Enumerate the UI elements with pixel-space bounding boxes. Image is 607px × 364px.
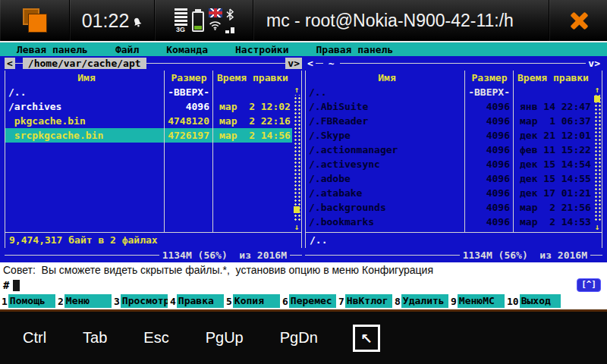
menu-item[interactable]: Левая панель: [17, 44, 88, 55]
function-key-label: Правка: [177, 294, 224, 308]
file-row[interactable]: /.adobe 4096 дек 15 14:55: [306, 171, 593, 186]
virtual-key-button[interactable]: Ctrl: [23, 329, 46, 347]
file-row[interactable]: /.. -ВВЕРХ-: [5, 85, 292, 99]
status-icons-area[interactable]: 3G: [155, 0, 253, 41]
right-panel-scrollbar[interactable]: ↑ ↓: [593, 85, 602, 232]
right-panel-bottom-border: 1134M (56%) из 2016M: [305, 248, 602, 262]
function-key-button[interactable]: 7 НвКтлог: [338, 294, 392, 308]
file-row[interactable]: /.bookmarks 4096 мар 2 14:53: [306, 215, 593, 229]
file-size: -ВВЕРХ-: [465, 85, 514, 99]
file-name: /.FBReader: [306, 114, 465, 128]
n900-screen: 01:22 3G: [0, 0, 607, 364]
file-mtime: янв 14 22:47: [514, 99, 593, 114]
menu-item[interactable]: Файл: [115, 44, 139, 55]
right-panel-ministatus: /..: [306, 233, 602, 248]
function-key-button[interactable]: 8 Удалить: [395, 294, 448, 308]
file-row[interactable]: /.. -ВВЕРХ-: [306, 85, 593, 99]
scrollbar-track[interactable]: [293, 95, 300, 222]
file-mtime: дек 21 12:01: [514, 128, 593, 143]
data-transfer-icon: [225, 26, 234, 33]
scroll-up-icon[interactable]: ↑: [595, 85, 600, 95]
function-key-button[interactable]: 5 Копия: [226, 294, 280, 308]
shell-prompt: #: [3, 279, 9, 291]
scroll-down-icon[interactable]: ↓: [294, 222, 300, 232]
file-mtime: дек 15 14:55: [514, 171, 593, 186]
menu-item[interactable]: Настройки: [235, 44, 288, 55]
left-panel-path[interactable]: /home/var/cache/apt: [23, 58, 146, 69]
file-name: /archives: [5, 99, 165, 114]
file-row[interactable]: /.backgrounds 4096 мар 2 21:56: [306, 200, 593, 215]
file-size: 4096: [165, 99, 213, 114]
function-key-button[interactable]: 4 Правка: [170, 294, 224, 308]
file-size: 4096: [465, 114, 514, 128]
column-divider: [212, 71, 213, 232]
file-mtime: мар 2 21:56: [514, 200, 593, 215]
file-row[interactable]: /archives 4096 мар 2 12:02: [5, 99, 292, 114]
file-mtime: [213, 85, 292, 99]
function-key-number: 1: [2, 296, 8, 307]
left-panel-body: Имя Размер Время правки /.. -ВВЕРХ-: [5, 71, 302, 248]
window-title: mc - root@Nokia-N900-42-11:/h: [253, 0, 549, 41]
virtual-key-toolbar: CtrlTabEscPgUpPgDn ↖: [0, 309, 607, 364]
file-size: 4096: [465, 157, 514, 171]
panel-history-right-button[interactable]: v>: [285, 58, 302, 69]
function-key-number: 3: [114, 296, 121, 307]
file-row[interactable]: pkgcache.bin 4748120 мар 2 22:16: [5, 114, 292, 128]
function-key-button[interactable]: 10 Выход: [507, 294, 561, 308]
clock-time: 01:22: [82, 10, 130, 32]
file-row[interactable]: /.AbiSuite 4096 янв 14 22:47: [306, 99, 593, 114]
fullscreen-toggle-button[interactable]: ↖: [353, 325, 380, 352]
virtual-key-button[interactable]: PgDn: [280, 329, 318, 347]
function-key-button[interactable]: 1 Помощь: [2, 294, 55, 308]
scrollbar-thumb[interactable]: [594, 96, 600, 102]
close-button[interactable]: [549, 0, 607, 41]
function-key-button[interactable]: 9 МенюМС: [451, 294, 505, 308]
function-key-label: Удалить: [401, 294, 448, 308]
virtual-key-button[interactable]: Tab: [83, 329, 107, 347]
task-switcher-button[interactable]: [0, 0, 70, 41]
function-key-label: Выход: [520, 294, 561, 308]
file-size: 4096: [465, 128, 514, 143]
scrollbar-thumb[interactable]: [294, 206, 300, 213]
function-key-button[interactable]: 6 Перемес: [282, 294, 336, 308]
right-panel-path[interactable]: ~: [323, 58, 340, 69]
menu-item[interactable]: Команда: [166, 44, 208, 55]
function-key-row: 1 Помощь 2 Меню 3 Просмотр 4 Правка: [0, 293, 607, 309]
function-key-bar: 1 Помощь 2 Меню 3 Просмотр 4 Правка: [0, 293, 563, 309]
close-icon: [568, 9, 590, 32]
function-key-button[interactable]: 2 Меню: [58, 294, 112, 308]
virtual-key-button[interactable]: PgUp: [206, 329, 244, 347]
file-row[interactable]: /.actionmanager 4096 фев 11 15:22: [306, 143, 593, 157]
left-panel-scrollbar[interactable]: ↑ ↓: [292, 85, 301, 232]
function-key-button[interactable]: 3 Просмотр: [114, 294, 168, 308]
panel-history-left-button[interactable]: <: [305, 58, 316, 69]
scroll-up-icon[interactable]: ↑: [294, 85, 300, 95]
command-line[interactable]: # [^]: [0, 278, 607, 293]
function-key-label: Помощь: [8, 294, 55, 308]
column-header-name: Имя: [306, 71, 465, 85]
mc-panels: < /home/var/cache/apt v> Имя Размер Врем…: [0, 56, 607, 262]
file-row[interactable]: /.Skype 4096 дек 21 12:01: [306, 128, 593, 143]
left-panel: < /home/var/cache/apt v> Имя Размер Врем…: [5, 56, 302, 262]
bluetooth-icon: [226, 8, 234, 24]
clock-area[interactable]: 01:22: [70, 0, 155, 41]
file-size: 4096: [465, 171, 514, 186]
left-panel-bottom-border: 1134M (56%) из 2016M: [5, 248, 302, 262]
virtual-key-button[interactable]: Esc: [143, 329, 168, 347]
menu-item[interactable]: Правая панель: [316, 44, 393, 55]
file-row[interactable]: srcpkgcache.bin 4726197 мар 2 14:56: [5, 128, 292, 143]
keyboard-toggle-button[interactable]: [^]: [577, 278, 601, 292]
function-key-label: Перемес: [289, 294, 336, 308]
file-row[interactable]: /.FBReader 4096 мар 1 06:37: [306, 114, 593, 128]
file-size: 4096: [465, 215, 514, 229]
file-row[interactable]: /.atabake 4096 дек 17 01:21: [306, 186, 593, 200]
panel-history-right-button[interactable]: v>: [586, 58, 602, 69]
file-name: /.actionmanager: [306, 143, 465, 157]
column-header-size: Размер: [165, 71, 213, 85]
panel-history-left-button[interactable]: <: [5, 58, 15, 69]
scrollbar-track[interactable]: [593, 95, 601, 222]
file-row[interactable]: /.activesync 4096 дек 15 14:54: [306, 157, 593, 171]
function-key-number: 5: [226, 296, 233, 307]
scroll-down-icon[interactable]: ↓: [595, 222, 600, 232]
function-key-number: 7: [338, 296, 345, 307]
